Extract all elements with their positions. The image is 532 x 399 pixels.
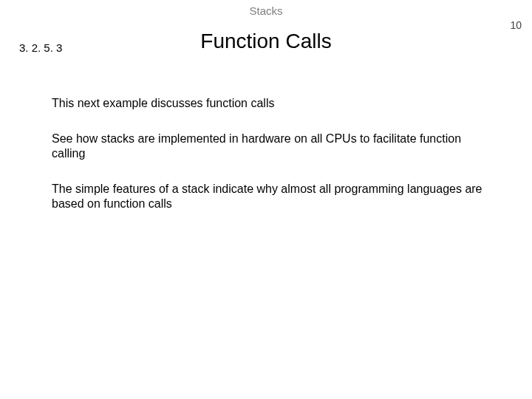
slide-topic: Stacks [0, 4, 532, 17]
slide-title: Function Calls [0, 30, 532, 53]
slide: Stacks 10 3. 2. 5. 3 Function Calls This… [0, 0, 532, 399]
body-paragraph: The simple features of a stack indicate … [52, 182, 488, 211]
slide-body: This next example discusses function cal… [52, 96, 488, 232]
body-paragraph: See how stacks are implemented in hardwa… [52, 132, 488, 161]
body-paragraph: This next example discusses function cal… [52, 96, 488, 111]
